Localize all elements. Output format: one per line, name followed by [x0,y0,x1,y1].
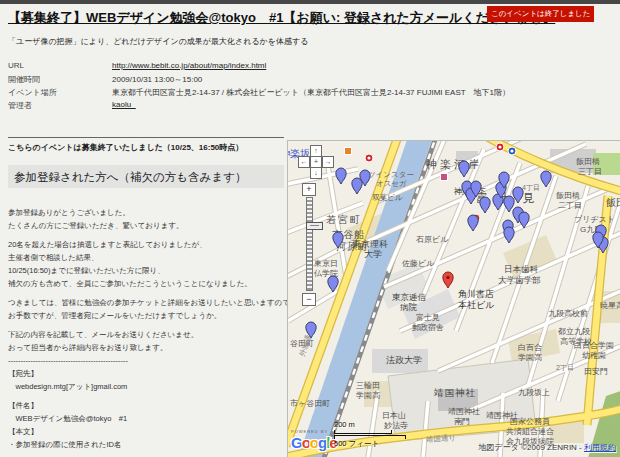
google-logo-letter: G [291,434,302,451]
section-heading: 参加登録された方へ（補欠の方も含みます） [8,165,284,188]
detail-value-link[interactable]: http://www.bebit.co.jp/about/map/index.h… [112,61,266,74]
detail-label: 管理者 [8,100,112,113]
detail-row: イベント場所東京都千代田区富士見2-14-37 / 株式会社ビービット（東京都千… [8,87,608,100]
map-label: 市ヶ谷田町 [290,399,330,408]
pan-down-button[interactable]: ↓ [310,167,322,179]
map-label: 角川書店 [458,289,494,299]
article-line: おって担当者から詳細内容をお送り致します。 [8,341,286,354]
map-label: ツインスター [368,170,414,179]
map-label: 日本歯科 [504,264,539,274]
article-line: 【件名】 [8,399,286,412]
map-label: 飯田橋 [576,157,600,166]
map-label: 石原ビル [416,235,449,244]
article-line: 【本文】 [8,425,286,438]
map-label: 暁星高 [600,301,620,310]
article-line: お手数ですが、管理者宛にメールをいただけますでしょうか。 [8,309,286,322]
map-label: 神楽河岸 [426,158,482,170]
event-title-link[interactable]: 【募集終了】WEBデザイン勉強会@tokyo #1【お願い: 登録された方メール… [8,9,478,27]
convenience-store-icon [345,148,352,155]
pan-right-button[interactable]: → [322,156,334,168]
rail-station-icon [441,174,448,181]
event-closed-badge: このイベントは終了しました [487,6,594,22]
map-pan-control[interactable]: ↑ ← + → ↓ [298,145,334,181]
closing-notice: こちらのイベントは募集終了いたしました（10/25、16:50時点） [8,142,286,153]
zoom-slider-handle[interactable] [306,222,323,230]
article-line: 下記の内容を記載して、メールをお送りくださいませ。 [8,328,286,341]
map-label: 幼稚園 [582,351,606,360]
map-label: 靖国神社 [433,387,476,398]
map-label: 郵政宿舎 [412,323,444,332]
map-label: 飯田橋 [556,191,580,200]
map-label: 学園高 [356,391,380,400]
map-label: 南門 [454,417,470,426]
event-subtitle: 「ユーザ像の把握」により、どれだけデザインの成果が最大化されるかを体感する [8,36,308,47]
poi-icon-center [367,156,370,159]
article-line: 【宛先】 [8,367,286,380]
map-label: 大学 [364,249,382,259]
map-label: オスセガ [376,179,407,188]
zoom-slider-track[interactable] [306,197,313,291]
map-label: 共済組合連合 [506,427,554,436]
map-label: 九段坂上 [518,388,550,397]
map-label: 都立九段 [557,327,590,336]
detail-value: 東京都千代田区富士見2-14-37 / 株式会社ビービット（東京都千代田区富士見… [112,87,510,100]
details-table: URLhttp://www.bebit.co.jp/about/map/inde… [8,61,608,113]
article-line: ----------------------------------------… [8,354,286,367]
google-wordmark: Google [291,434,337,451]
map-label: 飯田 [606,197,620,208]
map-canvas[interactable]: 神楽坂神楽河岸ツインスターオスセガ双葉ビル神楽坂下富 士 見若宮町市谷船河原町東… [287,140,620,457]
zoom-out-button[interactable]: − [302,293,316,306]
google-logo-letter: g [318,434,326,451]
article-line: 20名を超えた場合は抽選しますと表記しておりましたが、 [8,238,286,251]
map-label: 三輪田 [356,381,380,390]
attribution-text: 地図データ ©2009 ZENRIN - [479,443,584,452]
article-line: 10/25(16:50)までに登録いただいた方に限り、 [8,264,286,277]
window-top-border [0,0,620,4]
map-label: 法政大学 [386,355,422,365]
detail-row: URLhttp://www.bebit.co.jp/about/map/inde… [8,61,608,74]
article-line: webdesign.mtg[アット]gmail.com [8,380,286,393]
map-label: 田安門 [584,367,608,376]
map-label: 靖国神社 [448,407,480,416]
map-label: 大学歯学部 [498,275,541,285]
map-label: 学園高 [518,353,542,362]
scale-imperial-label: 500 フィート [334,439,406,449]
map-label: プリヂスト [574,215,615,224]
article-body: 参加登録ありがとうございました。たくさんの方にご登録いただき、驚いております。2… [8,206,286,451]
pan-left-button[interactable]: ← [298,156,310,168]
zoom-in-button[interactable]: + [302,183,316,196]
detail-label: URL [8,61,112,74]
map-graphic: 神楽坂神楽河岸ツインスターオスセガ双葉ビル神楽坂下富 士 見若宮町市谷船河原町東… [288,141,620,457]
google-logo-letter: o [310,434,318,451]
google-logo[interactable]: POWERED BY Google [291,429,337,451]
map-scale-bar: 200 m 500 フィート [334,420,406,449]
map-label: 東京逓信 [392,292,427,302]
map-label: 三丁目 [578,167,602,176]
map-label: 二丁目 [558,201,582,210]
map-label: 病院 [400,302,418,312]
map-label: 白百合 [518,343,542,352]
map-label: 国家公務員 [510,417,550,426]
subway-station-icon-center [510,149,513,152]
map-label: 富士見 [416,313,440,322]
article-line: 主催者側で相談した結果、 [8,251,286,264]
detail-label: イベント場所 [8,87,112,100]
article-line: 補欠の方も含めて、全員にご参加いただこうということになりました。 [8,277,286,290]
scale-metric-bar [334,430,392,434]
map-label: 佐藤ビル [402,259,435,268]
map-label: 東京理科 [352,239,388,249]
map-attribution: 地図データ ©2009 ZENRIN - 利用規約 [479,442,616,453]
metro-station-icon-center [498,145,501,148]
terms-link[interactable]: 利用規約 [584,443,616,452]
map-label: 東京日 [314,259,338,268]
map-label: 2丁目 [556,364,574,372]
map-label: 九段高校前 [548,309,588,318]
detail-value-link[interactable]: kaolu_ [112,100,136,113]
google-logo-letter: o [302,434,310,451]
marker-dot [446,276,449,279]
detail-row: 開催時間2009/10/31 13:00～15:00 [8,74,608,87]
article-line: ・参加登録の際に使用されたID名 [8,438,286,451]
article-line: たくさんの方にご登録いただき、驚いております。 [8,219,286,232]
divider [8,137,284,138]
article-line: 参加登録ありがとうございました。 [8,206,286,219]
